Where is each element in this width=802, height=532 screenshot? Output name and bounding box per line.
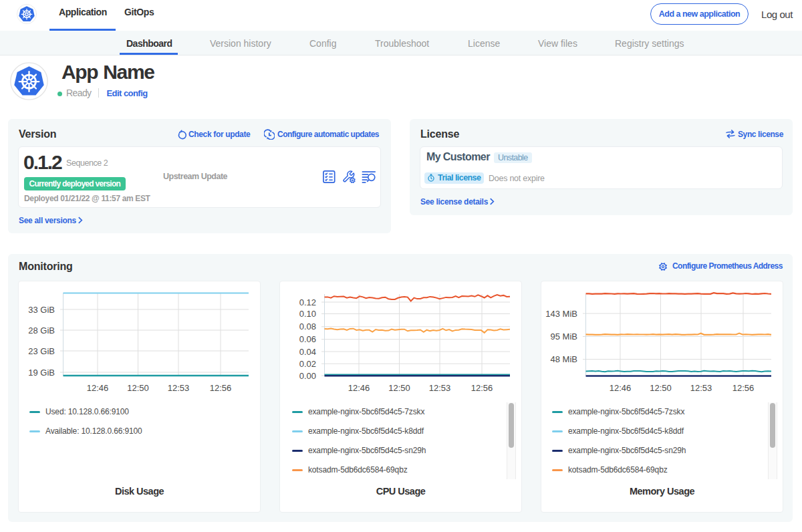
svg-text:0.06: 0.06 xyxy=(299,334,316,344)
svg-text:0.02: 0.02 xyxy=(299,359,316,369)
svg-text:23 GiB: 23 GiB xyxy=(28,346,55,356)
svg-text:12:50: 12:50 xyxy=(388,383,410,393)
svg-text:12:53: 12:53 xyxy=(690,383,712,393)
svg-text:12:46: 12:46 xyxy=(610,383,632,393)
svg-text:33 GiB: 33 GiB xyxy=(28,305,55,315)
svg-text:12:50: 12:50 xyxy=(650,383,672,393)
svg-text:0.12: 0.12 xyxy=(299,297,316,307)
svg-text:12:56: 12:56 xyxy=(210,383,232,393)
svg-text:28 GiB: 28 GiB xyxy=(28,325,55,336)
svg-text:12:53: 12:53 xyxy=(429,383,451,393)
svg-text:12:56: 12:56 xyxy=(732,383,755,393)
svg-text:143 MiB: 143 MiB xyxy=(545,309,577,319)
svg-text:95 MiB: 95 MiB xyxy=(551,331,577,342)
svg-text:19 GiB: 19 GiB xyxy=(28,368,55,378)
svg-text:0.10: 0.10 xyxy=(299,309,316,319)
svg-text:12:46: 12:46 xyxy=(87,383,109,393)
svg-text:48 MiB: 48 MiB xyxy=(551,354,577,364)
svg-text:12:50: 12:50 xyxy=(127,383,149,393)
svg-text:0.00: 0.00 xyxy=(299,371,316,381)
svg-text:12:56: 12:56 xyxy=(471,383,493,393)
svg-text:12:46: 12:46 xyxy=(348,383,370,393)
svg-text:0.08: 0.08 xyxy=(299,321,316,331)
svg-text:0.04: 0.04 xyxy=(299,347,316,357)
svg-text:12:53: 12:53 xyxy=(168,383,190,393)
